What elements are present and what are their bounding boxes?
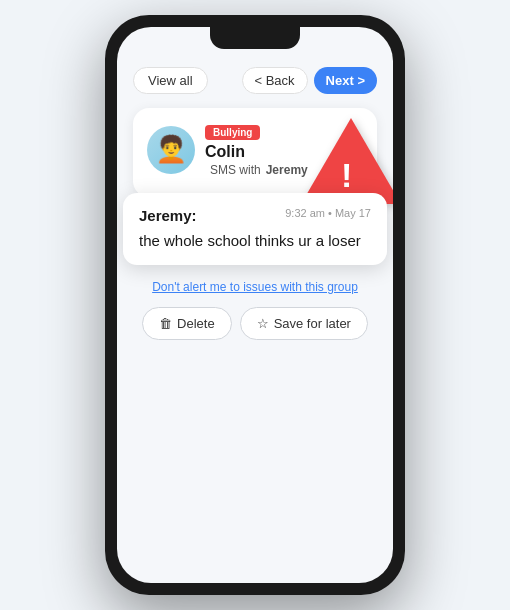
- view-all-button[interactable]: View all: [133, 67, 208, 94]
- action-buttons: 🗑 Delete ☆ Save for later: [137, 307, 373, 340]
- back-button[interactable]: < Back: [242, 67, 308, 94]
- dont-alert-section: Don't alert me to issues with this group: [137, 277, 373, 295]
- next-button[interactable]: Next >: [314, 67, 377, 94]
- message-sender: Jeremy:: [139, 207, 197, 224]
- message-timestamp: 9:32 am • May 17: [285, 207, 371, 219]
- delete-label: Delete: [177, 316, 215, 331]
- message-popup: Jeremy: 9:32 am • May 17 the whole schoo…: [123, 193, 387, 265]
- nav-buttons: < Back Next >: [242, 67, 378, 94]
- save-icon: ☆: [257, 316, 269, 331]
- bullying-badge: Bullying: [205, 125, 260, 140]
- delete-button[interactable]: 🗑 Delete: [142, 307, 232, 340]
- dont-alert-link[interactable]: Don't alert me to issues with this group: [152, 280, 358, 294]
- delete-icon: 🗑: [159, 316, 172, 331]
- save-later-button[interactable]: ☆ Save for later: [240, 307, 368, 340]
- alert-card: 🧑‍🦱 Bullying Colin SMS with Jeremy: [133, 108, 377, 197]
- phone-notch: [210, 27, 300, 49]
- screen-content: View all < Back Next > 🧑‍🦱 Bullying Coli…: [117, 27, 393, 583]
- phone-screen: View all < Back Next > 🧑‍🦱 Bullying Coli…: [117, 27, 393, 583]
- message-text: the whole school thinks ur a loser: [139, 230, 371, 251]
- top-bar: View all < Back Next >: [133, 67, 377, 94]
- save-label: Save for later: [274, 316, 351, 331]
- message-header: Jeremy: 9:32 am • May 17: [139, 207, 371, 224]
- avatar-emoji: 🧑‍🦱: [155, 134, 187, 165]
- action-area: Don't alert me to issues with this group…: [133, 265, 377, 348]
- phone-mockup: View all < Back Next > 🧑‍🦱 Bullying Coli…: [105, 15, 405, 595]
- avatar: 🧑‍🦱: [147, 126, 195, 174]
- sms-label: SMS with: [210, 163, 261, 177]
- warning-triangle-icon: [301, 118, 393, 204]
